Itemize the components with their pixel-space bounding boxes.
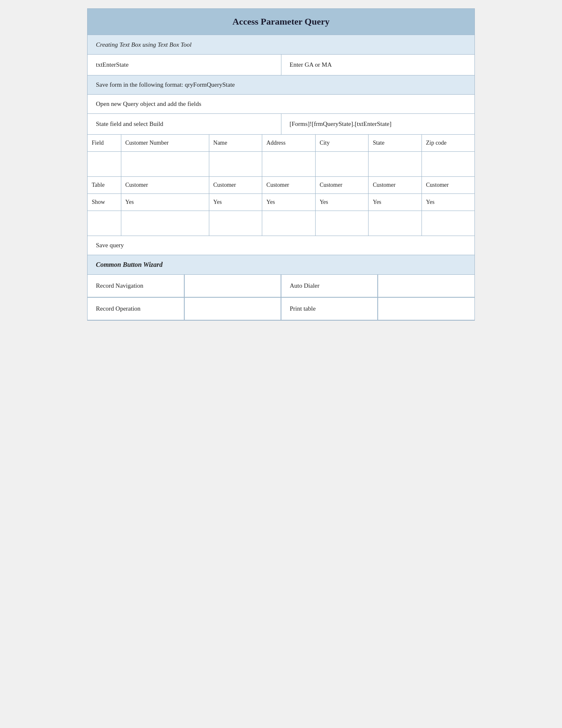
show-yes-3: Yes (262, 194, 316, 211)
state-field-row: State field and select Build [Forms]![fr… (88, 114, 474, 135)
state-field-right: [Forms]![frmQueryState].[txtEnterState] (290, 120, 392, 127)
empty-row-1 (88, 152, 474, 177)
field-state: State (369, 135, 422, 152)
criteria-row (88, 211, 474, 236)
wizard-section: Common Button Wizard Record Navigation A… (88, 255, 474, 320)
page-title: Access Parameter Query (233, 16, 330, 27)
subtitle-row: Creating Text Box using Text Box Tool (88, 35, 474, 55)
auto-dialer-cell: Auto Dialer (281, 275, 378, 297)
textbox-label: txtEnterState (96, 61, 128, 68)
state-field-left: State field and select Build (96, 120, 163, 127)
save-query-text: Save query (96, 242, 124, 249)
auto-dialer-empty-cell (378, 275, 474, 297)
table-customer-5: Customer (369, 177, 422, 194)
auto-dialer-label: Auto Dialer (290, 282, 319, 289)
state-field-right-cell: [Forms]![frmQueryState].[txtEnterState] (281, 114, 475, 134)
record-navigation-label: Record Navigation (96, 282, 143, 289)
record-navigation-empty-cell (184, 275, 281, 297)
field-name: Name (209, 135, 262, 152)
table-row-label: Table (88, 177, 121, 194)
field-customer-number: Customer Number (121, 135, 209, 152)
save-query-row: Save query (88, 236, 474, 255)
save-form-text: Save form in the following format: qryFo… (96, 81, 235, 88)
state-field-left-cell: State field and select Build (88, 114, 281, 134)
field-zipcode: Zip code (422, 135, 474, 152)
print-table-label: Print table (290, 305, 316, 312)
table-customer-2: Customer (209, 177, 262, 194)
record-operation-cell: Record Operation (88, 297, 184, 320)
open-query-text: Open new Query object and add the fields (96, 100, 201, 107)
print-table-cell: Print table (281, 297, 378, 320)
show-yes-4: Yes (315, 194, 369, 211)
textbox-hint: Enter GA or MA (290, 61, 332, 68)
record-navigation-cell: Record Navigation (88, 275, 184, 297)
show-row: Show Yes Yes Yes Yes Yes Yes (88, 194, 474, 211)
field-row: Field Customer Number Name Address City … (88, 135, 474, 152)
open-query-row: Open new Query object and add the fields (88, 95, 474, 114)
textbox-hint-cell: Enter GA or MA (281, 55, 475, 75)
print-table-empty-cell (378, 297, 474, 320)
save-form-row: Save form in the following format: qryFo… (88, 75, 474, 95)
table-row: Table Customer Customer Customer Custome… (88, 177, 474, 194)
show-yes-5: Yes (369, 194, 422, 211)
table-customer-6: Customer (422, 177, 474, 194)
table-customer-1: Customer (121, 177, 209, 194)
wizard-header: Common Button Wizard (88, 255, 474, 275)
show-yes-2: Yes (209, 194, 262, 211)
main-container: Access Parameter Query Creating Text Box… (87, 8, 475, 321)
record-operation-empty-cell (184, 297, 281, 320)
record-operation-label: Record Operation (96, 305, 140, 312)
button-grid: Record Navigation Auto Dialer Record Ope… (88, 275, 474, 320)
show-row-label: Show (88, 194, 121, 211)
subtitle-text: Creating Text Box using Text Box Tool (96, 41, 191, 48)
table-customer-4: Customer (315, 177, 369, 194)
field-row-label: Field (88, 135, 121, 152)
textbox-row: txtEnterState Enter GA or MA (88, 55, 474, 75)
show-yes-1: Yes (121, 194, 209, 211)
field-city: City (315, 135, 369, 152)
textbox-label-cell: txtEnterState (88, 55, 281, 75)
title-row: Access Parameter Query (88, 9, 474, 35)
show-yes-6: Yes (422, 194, 474, 211)
wizard-header-text: Common Button Wizard (96, 261, 163, 268)
query-grid: Field Customer Number Name Address City … (88, 135, 474, 236)
table-customer-3: Customer (262, 177, 316, 194)
field-address: Address (262, 135, 316, 152)
